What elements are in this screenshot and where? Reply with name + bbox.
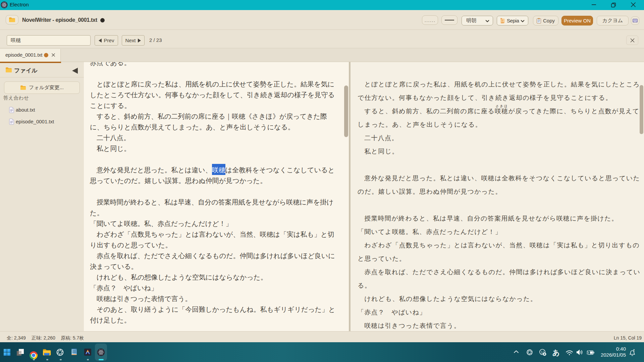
svg-text:z: z [633,349,635,352]
